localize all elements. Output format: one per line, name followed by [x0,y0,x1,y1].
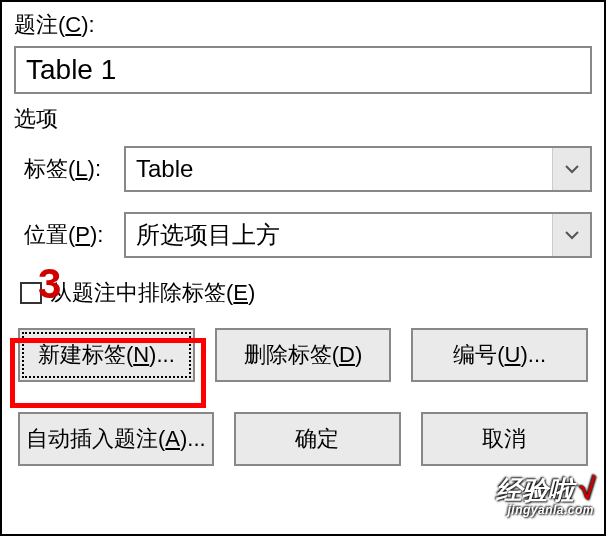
label-combobox-value: Table [126,148,552,190]
check-icon: √ [578,472,594,505]
position-field-label: 位置(P): [24,220,124,250]
new-label-button[interactable]: 新建标签(N)... [18,328,195,382]
position-combobox[interactable]: 所选项目上方 [124,212,592,258]
watermark: 经验啦√ jingyanla.com [496,474,594,516]
position-combobox-value: 所选项目上方 [126,214,552,256]
auto-caption-button[interactable]: 自动插入题注(A)... [18,412,214,466]
caption-label: 题注(C): [14,10,592,40]
label-combobox[interactable]: Table [124,146,592,192]
chevron-down-icon[interactable] [552,214,590,256]
label-field-label: 标签(L): [24,154,124,184]
chevron-down-icon[interactable] [552,148,590,190]
numbering-button[interactable]: 编号(U)... [411,328,588,382]
delete-label-button[interactable]: 删除标签(D) [215,328,392,382]
options-title: 选项 [14,104,592,134]
cancel-button[interactable]: 取消 [421,412,588,466]
ok-button[interactable]: 确定 [234,412,401,466]
caption-input[interactable] [14,46,592,94]
step-marker: 3 [38,260,61,308]
exclude-label-text: 从题注中排除标签(E) [50,278,255,308]
